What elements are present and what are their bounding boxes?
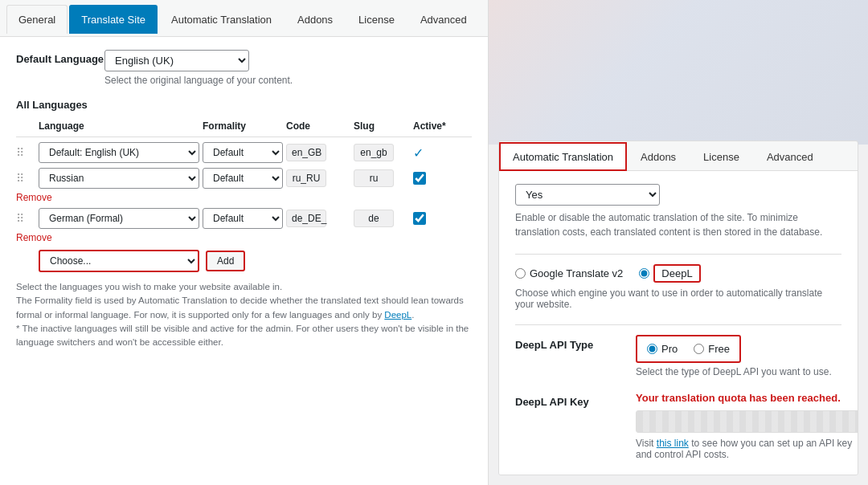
lang-table-header: Language Formality Code Slug Active* [16,120,472,137]
remove-btn-2[interactable]: Remove [16,192,35,203]
tab-translate-site[interactable]: Translate Site [69,5,158,34]
active-check-1: ✓ [413,145,461,161]
tab-advanced[interactable]: Advanced [408,5,479,34]
code-badge-2: ru_RU [286,169,326,187]
radio-pro[interactable]: Pro [647,343,678,355]
tab-right-addons[interactable]: Addons [627,142,690,171]
slug-badge-3: de [354,210,394,227]
api-key-row: DeepL API Key Your translation quota has… [515,392,841,460]
default-language-select[interactable]: English (UK) [104,50,249,71]
tab-addons[interactable]: Addons [285,5,345,34]
radio-google-input[interactable] [515,268,526,279]
api-key-content: Your translation quota has been reached.… [636,392,858,460]
tab-right-license[interactable]: License [690,142,753,171]
quota-warning: Your translation quota has been reached. [636,392,858,404]
language-select-2[interactable]: Russian [39,168,199,189]
enable-row: Yes No Enable or disable the automatic t… [515,184,841,239]
default-language-desc: Select the original language of your con… [104,75,472,86]
add-language-row: Choose... Add [39,250,472,272]
right-content: Automatic Translation Addons License Adv… [498,141,858,475]
active-checkbox-3[interactable] [413,212,426,225]
api-type-box: Pro Free [636,335,741,363]
col-slug: Slug [354,120,410,132]
language-select-1[interactable]: Default: English (UK) [39,142,199,163]
add-language-select[interactable]: Choose... [39,250,199,272]
radio-free-label: Free [708,343,730,355]
default-language-row: Default Language English (UK) Select the… [16,50,472,86]
radio-deepl-input[interactable] [639,268,649,279]
tab-license[interactable]: License [346,5,407,34]
col-active: Active* [413,120,461,132]
radio-deepl-label: DeepL [653,264,700,283]
right-tab-bar: Automatic Translation Addons License Adv… [499,141,858,171]
api-type-row: DeepL API Type Pro Free Select the type … [515,335,841,377]
remove-btn-3[interactable]: Remove [16,232,35,243]
radio-free-input[interactable] [694,344,704,354]
api-type-desc: Select the type of DeepL API you want to… [636,366,841,377]
tab-right-automatic-translation[interactable]: Automatic Translation [499,142,627,171]
slug-badge-1: en_gb [354,144,394,161]
right-inner: Yes No Enable or disable the automatic t… [499,171,858,475]
enable-select[interactable]: Yes No [515,184,660,206]
radio-pro-label: Pro [661,343,678,355]
table-row: ⠿ Default: English (UK) Default en_GB en… [16,142,472,163]
drag-handle[interactable]: ⠿ [16,212,35,225]
languages-table: Language Formality Code Slug Active* ⠿ D… [16,120,472,272]
all-languages-title: All Languages [16,99,472,111]
bg-decoration [489,0,868,145]
code-badge-3: de_DE_ [286,210,326,227]
default-language-content: English (UK) Select the original languag… [104,50,472,86]
drag-handle[interactable]: ⠿ [16,146,35,159]
radio-google-label: Google Translate v2 [530,267,623,279]
api-key-label: DeepL API Key [515,392,620,408]
divider-2 [515,324,841,325]
formality-select-1[interactable]: Default [203,142,283,163]
drag-handle[interactable]: ⠿ [16,172,35,185]
code-badge-1: en_GB [286,144,326,161]
radio-deepl[interactable]: DeepL [639,264,700,283]
col-formality: Formality [203,120,283,132]
api-type-label: DeepL API Type [515,335,620,351]
col-language: Language [39,120,199,132]
divider-1 [515,254,841,255]
visit-text: Visit [636,438,657,449]
enable-desc: Enable or disable the automatic translat… [515,210,841,239]
deepl-link[interactable]: DeepL [384,310,411,320]
add-language-button[interactable]: Add [206,251,245,271]
formality-select-2[interactable]: Default [203,168,283,189]
language-select-3[interactable]: German (Formal) [39,208,199,229]
right-panel: Automatic Translation Addons License Adv… [489,0,868,485]
formality-select-3[interactable]: Default [203,208,283,229]
api-key-blurred-field [636,410,858,433]
active-checkbox-2[interactable] [413,172,426,185]
languages-info: Select the languages you wish to make yo… [16,280,472,349]
table-row: ⠿ German (Formal) Default de_DE_ de Remo… [16,208,472,243]
radio-google[interactable]: Google Translate v2 [515,267,623,279]
engine-radio-group: Google Translate v2 DeepL [515,264,841,283]
radio-free[interactable]: Free [694,343,730,355]
engine-desc: Choose which engine you want to use in o… [515,287,841,310]
radio-pro-input[interactable] [647,344,657,354]
left-content: Default Language English (UK) Select the… [0,37,488,485]
left-tab-bar: General Translate Site Automatic Transla… [0,0,488,37]
tab-general[interactable]: General [6,5,68,34]
col-code: Code [286,120,350,132]
engine-row: Google Translate v2 DeepL Choose which e… [515,264,841,310]
left-panel: General Translate Site Automatic Transla… [0,0,489,485]
visit-link-row: Visit this link to see how you can set u… [636,438,858,460]
slug-badge-2: ru [354,169,394,187]
default-language-label: Default Language [16,50,104,65]
table-row: ⠿ Russian Default ru_RU ru Remove [16,168,472,203]
this-link[interactable]: this link [657,438,689,449]
divider-3 [515,475,841,475]
tab-automatic-translation[interactable]: Automatic Translation [159,5,284,34]
api-type-content: Pro Free Select the type of DeepL API yo… [636,335,841,377]
tab-right-advanced[interactable]: Advanced [753,142,827,171]
